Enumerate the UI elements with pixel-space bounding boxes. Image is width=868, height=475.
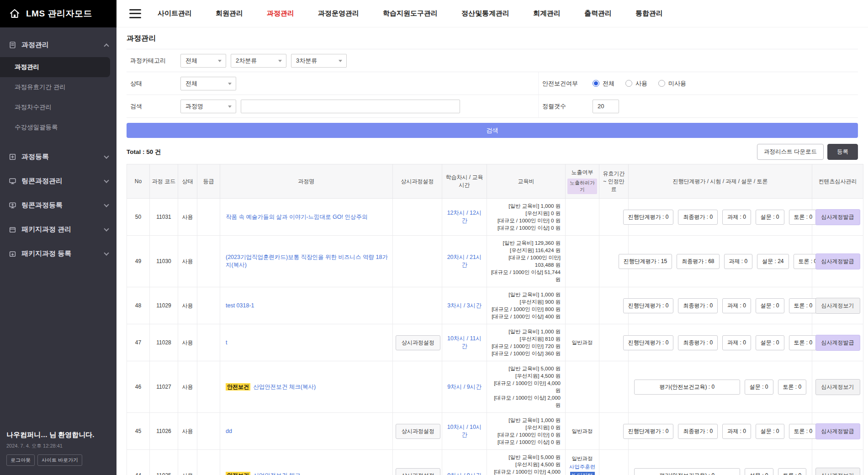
eval-button[interactable]: 과제 : 0 bbox=[724, 254, 753, 269]
expose-go-badge[interactable]: 노출하러가기 bbox=[567, 179, 597, 194]
review-account-issue-button[interactable]: 심사계정발급 bbox=[815, 335, 860, 351]
status-select[interactable]: 전체 bbox=[180, 77, 236, 90]
category-select-2[interactable]: 2차분류 bbox=[231, 54, 286, 68]
nav-item[interactable]: 통합관리 bbox=[635, 9, 663, 18]
radio-icon[interactable] bbox=[625, 80, 632, 87]
evaluations-cell: 진행단계평가 : 0최종평가 : 0과제 : 0설문 : 0토론 : 0 bbox=[629, 324, 812, 361]
eval-button[interactable]: 설문 : 0 bbox=[756, 335, 784, 350]
category-select-3[interactable]: 3차분류 bbox=[291, 54, 347, 68]
always-course-setting-button[interactable]: 상시과정설정 bbox=[396, 335, 440, 350]
content-review-cell: 심사계정발급 bbox=[812, 236, 863, 287]
nav-item[interactable]: 과정운영관리 bbox=[318, 9, 359, 18]
sort-count-input[interactable] bbox=[593, 100, 619, 113]
course-name-link[interactable]: 산업안전보건 체크(복사) bbox=[253, 384, 316, 390]
eval-button[interactable]: 진행단계평가 : 0 bbox=[623, 210, 674, 225]
sidebar-group-head[interactable]: 링콘과정관리 bbox=[0, 170, 116, 192]
eval-button[interactable]: 최종평가 : 0 bbox=[678, 298, 718, 313]
course-name-link[interactable]: 작품 속 예술가들의 삶과 이야기-느낌대로 GO! 인상주의 bbox=[226, 214, 367, 220]
eval-button[interactable]: 토론 : 0 bbox=[789, 335, 818, 350]
sidebar-group-head[interactable]: 링콘과정등록 bbox=[0, 194, 116, 216]
eval-button[interactable]: 진행단계평가 : 0 bbox=[623, 424, 674, 439]
sidebar-group-head[interactable]: 패키지과정 관리 bbox=[0, 218, 116, 241]
eval-button[interactable]: 토론 : 0 bbox=[789, 298, 818, 313]
safety-radio-option[interactable]: 사용 bbox=[625, 79, 647, 88]
sessions-link[interactable]: 9차시 / 9시간 bbox=[447, 472, 481, 475]
course-name-link[interactable]: (2023기업직업훈련카드)보통 직장인을 위한 비즈니스 역량 18가지(복사… bbox=[226, 254, 388, 268]
eval-button[interactable]: 평가(안전보건교육) : 0 bbox=[634, 380, 740, 395]
sessions-link[interactable]: 3차시 / 3시간 bbox=[447, 302, 481, 309]
eval-button[interactable]: 토론 : 0 bbox=[778, 380, 807, 395]
eval-button[interactable]: 설문 : 24 bbox=[757, 254, 789, 269]
eval-button[interactable]: 과제 : 0 bbox=[722, 335, 751, 350]
register-button[interactable]: 등록 bbox=[827, 144, 858, 160]
nav-item[interactable]: 정산및통계관리 bbox=[461, 9, 509, 18]
sidebar-submenu-item[interactable]: 수강생일괄등록 bbox=[0, 117, 116, 137]
eval-button[interactable]: 최종평가 : 0 bbox=[678, 210, 718, 225]
eval-button[interactable]: 설문 : 0 bbox=[745, 380, 773, 395]
status-label: 상태 bbox=[127, 79, 180, 88]
eval-button[interactable]: 토론 : 0 bbox=[789, 210, 818, 225]
sidebar-submenu-item[interactable]: 과정차수관리 bbox=[0, 97, 116, 117]
eval-button[interactable]: 설문 : 0 bbox=[745, 468, 773, 475]
logout-button[interactable]: 로그아웃 bbox=[6, 454, 35, 466]
safety-radio-option[interactable]: 미사용 bbox=[658, 79, 686, 88]
sessions-link[interactable]: 10차시 / 10시간 bbox=[447, 424, 482, 438]
eval-button[interactable]: 과제 : 0 bbox=[722, 298, 751, 313]
fees-cell: [일반 교육비] 5,000 원[우선지원] 4,500 원[대규모 / 100… bbox=[487, 361, 566, 413]
sessions-link[interactable]: 10차시 / 11시간 bbox=[447, 335, 482, 349]
sidebar-submenu-item[interactable]: 과정관리 bbox=[0, 57, 110, 77]
always-course-setting-button[interactable]: 상시과정설정 bbox=[396, 468, 440, 475]
safety-radio-option[interactable]: 전체 bbox=[593, 79, 614, 88]
review-account-issue-button[interactable]: 심사계정발급 bbox=[815, 423, 860, 439]
nav-item[interactable]: 회계관리 bbox=[533, 9, 561, 18]
menu-icon[interactable] bbox=[129, 9, 141, 18]
category-select-1[interactable]: 전체 bbox=[180, 54, 226, 68]
eval-button[interactable]: 최종평가 : 68 bbox=[677, 254, 719, 269]
eval-button[interactable]: 최종평가 : 0 bbox=[678, 335, 718, 350]
nav-item[interactable]: 출력관리 bbox=[584, 9, 612, 18]
review-account-issue-button[interactable]: 심사계정발급 bbox=[815, 209, 860, 225]
course-name-link[interactable]: dd bbox=[226, 428, 232, 434]
eval-button[interactable]: 설문 : 0 bbox=[756, 210, 784, 225]
nav-item[interactable]: 과정관리 bbox=[267, 9, 294, 18]
search-type-select[interactable]: 과정명 bbox=[180, 100, 236, 113]
eval-button[interactable]: 과제 : 0 bbox=[722, 424, 751, 439]
eval-button[interactable]: 설문 : 0 bbox=[756, 424, 784, 439]
sidebar-group-head[interactable]: 패키지과정 등록 bbox=[0, 243, 116, 265]
nav-item[interactable]: 학습지원도구관리 bbox=[383, 9, 438, 18]
search-submit-button[interactable]: 검색 bbox=[127, 123, 858, 138]
course-name-link[interactable]: 산업안전보건 체크 bbox=[253, 472, 300, 475]
eval-button[interactable]: 진행단계평가 : 0 bbox=[623, 298, 674, 313]
eval-button[interactable]: 평가(안전보건교육) : 0 bbox=[634, 468, 740, 475]
sidebar-group: 링콘과정관리 bbox=[0, 170, 116, 192]
eval-button[interactable]: 설문 : 0 bbox=[756, 298, 784, 313]
review-account-issue-button[interactable]: 심사계정발급 bbox=[815, 253, 860, 269]
sidebar-submenu-item[interactable]: 과정유효기간 관리 bbox=[0, 77, 116, 97]
goto-site-button[interactable]: 사이트 바로가기 bbox=[37, 454, 82, 466]
course-name-link[interactable]: t bbox=[226, 339, 227, 346]
course-list-download-button[interactable]: 과정리스트 다운로드 bbox=[757, 144, 824, 160]
eval-button[interactable]: 최종평가 : 0 bbox=[678, 424, 718, 439]
review-account-view-button[interactable]: 심사계정보기 bbox=[815, 379, 860, 395]
course-name-link[interactable]: test 0318-1 bbox=[226, 302, 254, 309]
eval-button[interactable]: 진행단계평가 : 0 bbox=[623, 335, 674, 350]
sessions-link[interactable]: 20차시 / 21시간 bbox=[447, 254, 482, 268]
sessions-link[interactable]: 12차시 / 12시간 bbox=[447, 210, 482, 224]
always-course-setting-button[interactable]: 상시과정설정 bbox=[396, 424, 440, 439]
nav-item[interactable]: 회원관리 bbox=[216, 9, 243, 18]
eval-button[interactable]: 진행단계평가 : 15 bbox=[619, 254, 672, 269]
radio-icon[interactable] bbox=[658, 80, 665, 87]
nav-item[interactable]: 사이트관리 bbox=[158, 9, 192, 18]
eval-button[interactable]: 과제 : 0 bbox=[722, 210, 751, 225]
review-account-view-button[interactable]: 심사계정보기 bbox=[815, 298, 860, 314]
review-account-view-button[interactable]: 심사계정보기 bbox=[815, 468, 860, 475]
search-input[interactable] bbox=[241, 100, 460, 113]
radio-icon[interactable] bbox=[593, 80, 599, 87]
sessions-link[interactable]: 9차시 / 9시간 bbox=[447, 384, 481, 390]
home-icon[interactable] bbox=[9, 8, 20, 19]
eval-button[interactable]: 토론 : 0 bbox=[778, 468, 807, 475]
eval-button[interactable]: 토론 : 0 bbox=[789, 424, 818, 439]
sidebar-group-head[interactable]: 과정관리 bbox=[0, 34, 116, 56]
sidebar-group-head[interactable]: 과정등록 bbox=[0, 146, 116, 168]
validity-cell bbox=[599, 450, 629, 475]
